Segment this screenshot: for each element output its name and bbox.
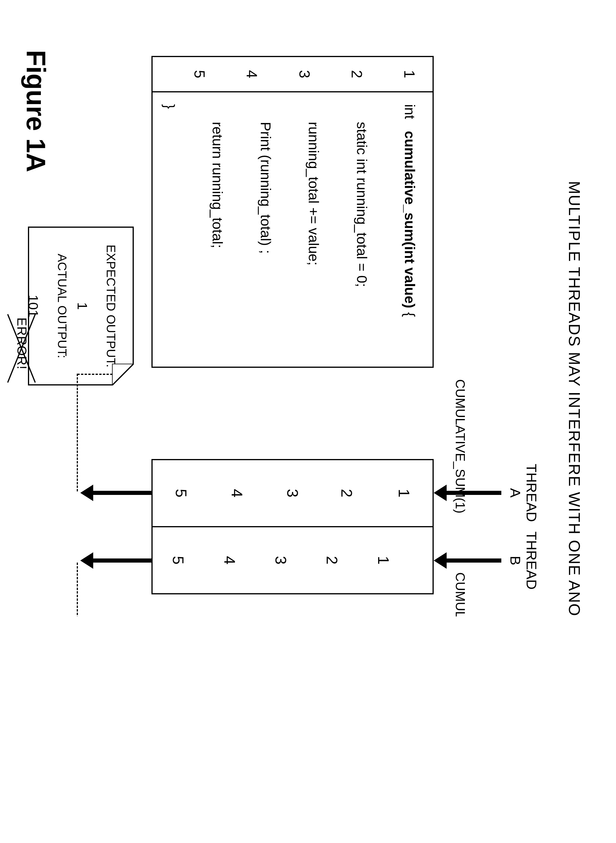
thread-b-column: 1 2 3 4 5	[153, 527, 433, 593]
diagram-stage: MULTIPLE THREADS MAY INTERFERE WITH ONE …	[0, 0, 616, 616]
line-num: 2	[348, 57, 365, 91]
page-fold-icon	[112, 364, 134, 385]
code-signature: int cumulative_sum(int value) {	[402, 104, 418, 355]
code-line: static int running_total = 0;	[354, 104, 370, 355]
function-signature: cumulative_sum(int value)	[402, 131, 418, 308]
brace-close: }	[161, 104, 177, 355]
exec-step: 1	[375, 527, 392, 593]
execution-interleaving-table: 1 2 3 4 5 1 2 3 4 5	[151, 459, 434, 594]
exec-step: 3	[284, 460, 301, 526]
exec-step: 5	[169, 527, 187, 593]
expected-value: 1	[75, 237, 90, 375]
code-line: Print (running_total) ;	[258, 104, 274, 355]
thread-b-label: THREAD B	[507, 527, 540, 594]
thread-a-call: CUMULATIVE_SUM(1)	[453, 372, 468, 513]
error-label: ERROR!	[15, 318, 29, 369]
exec-step: 4	[228, 460, 246, 526]
exec-step: 2	[338, 460, 355, 526]
exec-step: 1	[395, 460, 413, 526]
line-num: 3	[296, 57, 313, 91]
code-line-numbers: 1 2 3 4 5	[153, 57, 433, 93]
exec-step: 5	[172, 460, 190, 526]
line-num: 1	[401, 57, 418, 91]
exec-step: 3	[272, 527, 290, 593]
brace-open: {	[402, 308, 418, 317]
diagram-title: MULTIPLE THREADS MAY INTERFERE WITH ONE …	[565, 0, 584, 616]
code-body: int cumulative_sum(int value) { static i…	[153, 93, 433, 366]
thread-a-label: THREAD A	[507, 459, 540, 527]
exec-step: 2	[323, 527, 341, 593]
code-listing: 1 2 3 4 5 int cumulative_sum(int value) …	[151, 56, 434, 368]
line-num: 4	[243, 57, 261, 91]
code-line: running_total += value;	[305, 104, 322, 355]
dashed-connector	[77, 374, 78, 491]
exec-step: 4	[221, 527, 239, 593]
output-note-a: EXPECTED OUTPUT: 1 ACTUAL OUTPUT: 101 ER…	[28, 227, 134, 385]
line-num: 5	[191, 57, 208, 91]
thread-a-column: 1 2 3 4 5	[153, 460, 433, 527]
expected-label: EXPECTED OUTPUT:	[104, 237, 118, 375]
dashed-connector	[77, 563, 78, 616]
thread-b-call: CUMULATIVE_SUM(100)	[453, 572, 468, 616]
actual-label: ACTUAL OUTPUT:	[55, 237, 69, 375]
code-line: return running_total;	[209, 104, 226, 355]
return-type: int	[402, 104, 418, 119]
figure-label: Figure 1A	[21, 50, 51, 172]
